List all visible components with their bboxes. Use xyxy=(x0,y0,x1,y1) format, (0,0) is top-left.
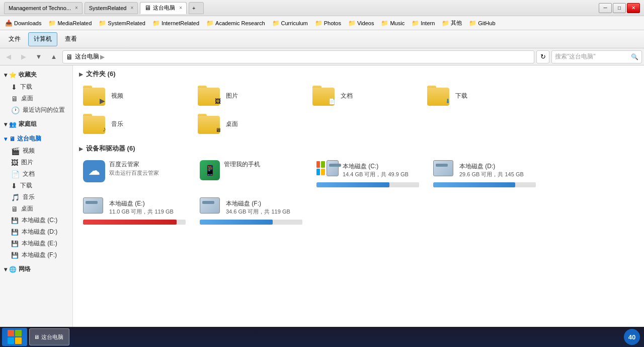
view-menu-button[interactable]: 查看 xyxy=(59,32,83,46)
favorites-arrow: ▾ xyxy=(4,72,7,79)
taskbar-explorer[interactable]: 🖥 这台电脑 xyxy=(29,328,69,345)
bookmark-music[interactable]: 📁 Music xyxy=(378,19,408,28)
sidebar-item-docs[interactable]: 📄 文档 xyxy=(0,168,72,180)
folder-docs[interactable]: 文档 xyxy=(308,84,419,108)
drive-e-name: 本地磁盘 (E:) xyxy=(109,199,186,208)
drive-e[interactable]: 本地磁盘 (E:) 11.0 GB 可用，共 119 GB xyxy=(79,195,190,227)
up-button[interactable]: ▲ xyxy=(47,50,60,63)
sidebar-item-music[interactable]: 🎵 音乐 xyxy=(0,191,72,203)
tab-close-1[interactable]: × xyxy=(130,5,133,11)
sidebar-thispc-header[interactable]: ▾ 🖥 这台电脑 xyxy=(0,132,72,145)
tab-systemrelated[interactable]: SystemRelated × xyxy=(85,2,138,14)
folder-desktop-label: 桌面 xyxy=(226,120,238,128)
bookmark-downloads[interactable]: 📥 Downloads xyxy=(2,19,44,28)
thispc-arrow: ▾ xyxy=(4,135,7,143)
refresh-button[interactable]: ↻ xyxy=(536,50,549,63)
drive-f-icon xyxy=(200,197,222,218)
sidebar-item-label: 桌面 xyxy=(21,204,33,213)
address-bar[interactable]: 🖥 这台电脑 ▶ xyxy=(62,50,534,63)
folder-desktop[interactable]: 桌面 xyxy=(194,112,304,136)
bookmarks-bar: 📥 Downloads 📁 MediaRelated 📁 SystemRelat… xyxy=(0,16,644,30)
bookmark-intern[interactable]: 📁 Intern xyxy=(409,19,438,28)
devices-section-label: 设备和驱动器 (6) xyxy=(86,144,135,153)
folder-music[interactable]: 音乐 xyxy=(79,112,190,136)
bookmark-systemrelated[interactable]: 📁 SystemRelated xyxy=(96,19,148,28)
sidebar-item-desktop-fav[interactable]: 🖥 桌面 xyxy=(0,93,72,104)
bookmark-mediarelated[interactable]: 📁 MediaRelated xyxy=(45,19,95,28)
folder-down[interactable]: 下载 xyxy=(423,84,534,108)
folder-pics[interactable]: 图片 xyxy=(194,84,304,108)
bookmark-other[interactable]: 📁 其他 xyxy=(439,18,465,28)
bookmark-videos[interactable]: 📁 Videos xyxy=(345,19,377,28)
sidebar-item-e[interactable]: 💾 本地磁盘 (E:) xyxy=(0,238,72,249)
back-button[interactable]: ◀ xyxy=(2,50,15,63)
sidebar-item-desktop[interactable]: 🖥 桌面 xyxy=(0,203,72,215)
drive-f-free: 34.6 GB 可用，共 119 GB xyxy=(226,208,302,216)
tab-strip: Management of Techno... × SystemRelated … xyxy=(4,2,599,14)
sidebar-item-f[interactable]: 💾 本地磁盘 (F:) xyxy=(0,249,72,261)
new-tab-button[interactable]: + xyxy=(189,2,204,14)
start-button[interactable] xyxy=(2,328,27,346)
bookmark-internetrelated[interactable]: 📁 InternetRelated xyxy=(149,19,202,28)
file-menu-button[interactable]: 文件 xyxy=(3,32,26,46)
sidebar-item-pics[interactable]: 🖼 图片 xyxy=(0,157,72,168)
tab-close-0[interactable]: × xyxy=(75,5,78,11)
drive-c[interactable]: 本地磁盘 (C:) 14.4 GB 可用，共 49.9 GB xyxy=(312,158,423,189)
sidebar-homegroup-header[interactable]: ▾ 👥 家庭组 xyxy=(0,118,72,130)
sidebar-favorites-section: ▾ ⭐ 收藏夹 ⬇ 下载 🖥 桌面 🕐 最近访问的位置 xyxy=(0,68,72,116)
bookmark-label: Music xyxy=(390,20,405,26)
bookmark-curriculum[interactable]: 📁 Curriculum xyxy=(269,19,311,28)
bookmark-label: SystemRelated xyxy=(108,20,145,26)
baidu-cloud-icon: ☁ xyxy=(83,160,105,182)
drive-f[interactable]: 本地磁盘 (F:) 34.6 GB 可用，共 119 GB xyxy=(196,195,306,227)
sidebar-item-label: 桌面 xyxy=(21,94,33,103)
pics-icon: 🖼 xyxy=(11,159,18,167)
sidebar-thispc-section: ▾ 🖥 这台电脑 🎬 视频 🖼 图片 📄 文档 ⬇ 下载 🎵 xyxy=(0,132,72,261)
toolbar: 文件 计算机 查看 xyxy=(0,30,644,48)
device-baidu[interactable]: ☁ 百度云管家 双击运行百度云管家 xyxy=(79,158,190,189)
sidebar-item-dl[interactable]: ⬇ 下载 xyxy=(0,180,72,191)
dropdown-button[interactable]: ▼ xyxy=(32,50,45,63)
drive-f-progress xyxy=(200,220,302,225)
search-box[interactable]: 搜索"这台电脑" 🔍 xyxy=(551,50,642,63)
tab-management[interactable]: Management of Techno... × xyxy=(4,2,83,14)
sidebar-item-c[interactable]: 💾 本地磁盘 (C:) xyxy=(0,215,72,226)
bookmark-github[interactable]: 📁 GitHub xyxy=(466,19,498,28)
content-area: 文件夹 (6) 视频 图片 xyxy=(73,65,644,335)
folder-grid: 视频 图片 文档 xyxy=(79,84,638,136)
tab-close-2[interactable]: × xyxy=(179,5,182,11)
sidebar-item-recent[interactable]: 🕐 最近访问的位置 xyxy=(0,104,72,116)
drive-e-icon: 💾 xyxy=(11,240,19,247)
close-button[interactable]: ✕ xyxy=(627,3,640,13)
bookmark-label: GitHub xyxy=(478,20,495,26)
bookmark-academic[interactable]: 📁 Academic Research xyxy=(203,19,268,28)
drive-e-info: 本地磁盘 (E:) 11.0 GB 可用，共 119 GB xyxy=(109,199,186,216)
sidebar-item-videos[interactable]: 🎬 视频 xyxy=(0,145,72,157)
forward-button[interactable]: ▶ xyxy=(17,50,30,63)
folder-docs-icon xyxy=(312,86,337,106)
search-icon: 🔍 xyxy=(631,53,638,60)
homegroup-label: 家庭组 xyxy=(19,120,37,128)
maximize-button[interactable]: □ xyxy=(613,3,626,13)
sys-tray-icon[interactable]: 40 xyxy=(624,329,640,345)
drive-e-fill xyxy=(83,220,177,225)
drive-d[interactable]: 本地磁盘 (D:) 29.6 GB 可用，共 145 GB xyxy=(429,158,540,189)
sidebar-network-header[interactable]: ▾ 🌐 网络 xyxy=(0,263,72,275)
sidebar-item-d[interactable]: 💾 本地磁盘 (D:) xyxy=(0,226,72,238)
sidebar-item-label: 本地磁盘 (E:) xyxy=(22,239,57,248)
windows-logo-icon xyxy=(316,161,325,175)
tab-thispc[interactable]: 🖥 这台电脑 × xyxy=(140,2,187,14)
bookmark-icon: 📁 xyxy=(152,20,160,27)
minimize-button[interactable]: ─ xyxy=(599,3,612,13)
sidebar-item-download[interactable]: ⬇ 下载 xyxy=(0,81,72,93)
bookmark-icon: 📥 xyxy=(5,20,13,27)
sidebar-item-label: 本地磁盘 (D:) xyxy=(22,228,57,236)
drive-c-icon xyxy=(316,160,339,180)
sidebar-favorites-header[interactable]: ▾ ⭐ 收藏夹 xyxy=(0,68,72,81)
phone-info: 管理我的手机 xyxy=(224,160,302,169)
sidebar-homegroup-section: ▾ 👥 家庭组 xyxy=(0,118,72,130)
computer-menu-button[interactable]: 计算机 xyxy=(28,32,57,46)
folder-videos[interactable]: 视频 xyxy=(79,84,190,108)
bookmark-photos[interactable]: 📁 Photos xyxy=(312,19,344,28)
device-phone[interactable]: 📱 管理我的手机 xyxy=(196,158,306,189)
